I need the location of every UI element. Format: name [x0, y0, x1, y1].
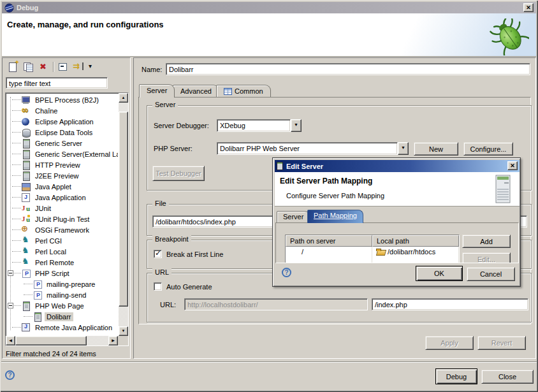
- toolbar-menu-arrow-icon[interactable]: [86, 62, 99, 73]
- tree-vscrollbar[interactable]: ▲ ▼: [119, 93, 128, 336]
- tree-item-label: mailing-prepare: [45, 280, 97, 289]
- filter-configurations-icon[interactable]: [72, 61, 85, 73]
- table-icon: [224, 88, 232, 95]
- tab-advanced[interactable]: Advanced: [173, 85, 219, 97]
- new-configuration-icon[interactable]: [7, 61, 20, 73]
- server-path-cell: /: [286, 247, 372, 258]
- tree-item-junit-plug-in-test[interactable]: JUnit Plug-in Test: [6, 214, 118, 224]
- collapse-expander-icon[interactable]: [8, 270, 13, 276]
- new-server-button[interactable]: New: [414, 142, 458, 156]
- table-row[interactable]: //dolibarr/htdocs: [286, 247, 459, 258]
- close-button[interactable]: Close: [481, 370, 534, 384]
- tree-item-label: Java Application: [33, 193, 88, 202]
- banner: Create, manage, and run configurations: [2, 13, 536, 57]
- tree-item-label: PHP Web Page: [33, 301, 86, 310]
- delete-configuration-icon[interactable]: [38, 61, 50, 73]
- tree-item-label: Remote Java Application: [33, 323, 114, 332]
- tree-item-j2ee-preview[interactable]: J2EE Preview: [6, 170, 118, 181]
- dialog-titlebar[interactable]: Edit Server ✕: [275, 160, 520, 172]
- tree-item-bpel-process-b2j-[interactable]: BPEL Process (B2J): [6, 94, 118, 105]
- tree-item-java-applet[interactable]: Java Applet: [6, 181, 118, 192]
- tab-common[interactable]: Common: [216, 85, 271, 97]
- ok-button[interactable]: OK: [416, 266, 463, 281]
- filter-input[interactable]: type filter text: [6, 77, 108, 89]
- config-type-panel: type filter text BPEL Process (B2J)Chaîn…: [2, 57, 131, 359]
- url-base-input[interactable]: http://localhostdolibarr/: [184, 298, 368, 310]
- collapse-all-icon[interactable]: [57, 61, 69, 73]
- configuration-tree: BPEL Process (B2J)ChaîneEclipse Applicat…: [5, 92, 129, 346]
- server-group-title: Server: [152, 101, 178, 108]
- empty-table-row: [286, 258, 459, 263]
- url-path-input[interactable]: /index.php: [372, 298, 528, 310]
- vscroll-thumb[interactable]: [119, 112, 128, 307]
- revert-button[interactable]: Revert: [477, 336, 526, 350]
- tree-item-eclipse-data-tools[interactable]: Eclipse Data Tools: [6, 127, 118, 138]
- duplicate-configuration-icon[interactable]: [22, 61, 35, 73]
- add-mapping-button[interactable]: Add: [462, 235, 511, 248]
- edit-server-dialog: Edit Server ✕ Edit Server Path Mapping C…: [272, 157, 521, 287]
- dialog-tab-path-mapping[interactable]: Path Mapping: [307, 210, 363, 223]
- collapse-expander-icon[interactable]: [8, 303, 13, 309]
- server-debugger-select[interactable]: XDebug: [217, 119, 302, 132]
- tree-item-label: OSGi Framework: [33, 226, 91, 235]
- name-input[interactable]: Dolibarr: [166, 63, 530, 75]
- remote-java-icon: [21, 323, 31, 332]
- tree-item-generic-server-external-la[interactable]: Generic Server(External La: [6, 149, 118, 159]
- tree-item-label: BPEL Process (B2J): [33, 96, 101, 105]
- tree-item-php-web-page[interactable]: PHP Web Page: [6, 300, 118, 311]
- column-path-on-server[interactable]: Path on server: [286, 235, 372, 247]
- tree-item-java-application[interactable]: Java Application: [6, 192, 118, 203]
- tree-connector: [12, 229, 21, 230]
- tree-connector: [12, 99, 21, 100]
- debug-button[interactable]: Debug: [435, 368, 477, 384]
- tree-item-dolibarr[interactable]: Dolibarr: [6, 311, 118, 322]
- tree-hscrollbar[interactable]: ◀ ▶: [6, 336, 118, 345]
- dialog-heading: Edit Server Path Mapping: [280, 177, 372, 185]
- tree-connector: [12, 110, 21, 111]
- chain-icon: [21, 106, 31, 115]
- tree-item-osgi-framework[interactable]: OSGi Framework: [6, 224, 118, 235]
- tab-server[interactable]: Server: [139, 84, 175, 98]
- break-first-line-checkbox[interactable]: [154, 250, 162, 258]
- scroll-right-icon[interactable]: ▶: [108, 336, 118, 345]
- php-script-icon: [21, 269, 31, 278]
- tree-connector: [12, 251, 21, 252]
- chevron-down-icon[interactable]: [291, 119, 302, 132]
- edit-mapping-button[interactable]: Edit...: [462, 252, 511, 263]
- chevron-down-icon[interactable]: [398, 142, 409, 155]
- tree-item-junit[interactable]: JUnit: [6, 203, 118, 214]
- tree-item-php-script[interactable]: PHP Script: [6, 268, 118, 279]
- configure-server-button[interactable]: Configure...: [463, 142, 513, 156]
- tree-item-mailing-prepare[interactable]: mailing-prepare: [6, 279, 118, 289]
- tree-item-label: Java Applet: [33, 182, 73, 191]
- help-icon[interactable]: [5, 370, 15, 380]
- auto-generate-checkbox[interactable]: [154, 282, 162, 291]
- php-server-select[interactable]: Dolibarr PHP Web Server: [217, 142, 409, 155]
- tree-item-remote-java-application[interactable]: Remote Java Application: [6, 322, 118, 333]
- tree-item-mailing-send[interactable]: mailing-send: [6, 289, 118, 300]
- tree-item-label: Eclipse Application: [33, 117, 96, 126]
- dialog-close-button[interactable]: ✕: [507, 161, 518, 170]
- tree-item-label: PHP Script: [33, 269, 71, 278]
- hscroll-thumb[interactable]: [15, 336, 87, 345]
- test-debugger-button[interactable]: Test Debugger: [152, 166, 205, 181]
- dialog-tab-server[interactable]: Server: [277, 211, 310, 222]
- apply-button[interactable]: Apply: [425, 336, 474, 350]
- server-icon: [21, 139, 31, 148]
- scroll-up-icon[interactable]: ▲: [119, 93, 128, 103]
- tree-item-perl-cgi[interactable]: Perl CGI: [6, 235, 118, 246]
- scroll-left-icon[interactable]: ◀: [6, 336, 15, 345]
- cancel-button[interactable]: Cancel: [467, 267, 515, 281]
- window-titlebar[interactable]: Debug ✕: [2, 2, 536, 13]
- tree-item-eclipse-application[interactable]: Eclipse Application: [6, 116, 118, 127]
- tree-item-perl-remote[interactable]: Perl Remote: [6, 257, 118, 268]
- tree-connector: [12, 197, 21, 198]
- tree-item-perl-local[interactable]: Perl Local: [6, 246, 118, 257]
- dialog-help-icon[interactable]: [282, 268, 291, 277]
- tree-item-http-preview[interactable]: HTTP Preview: [6, 159, 118, 170]
- tree-item-generic-server[interactable]: Generic Server: [6, 138, 118, 149]
- column-local-path[interactable]: Local path: [372, 235, 459, 247]
- window-close-button[interactable]: ✕: [523, 3, 534, 12]
- scroll-down-icon[interactable]: ▼: [119, 326, 128, 336]
- tree-item-cha-ne[interactable]: Chaîne: [6, 105, 118, 116]
